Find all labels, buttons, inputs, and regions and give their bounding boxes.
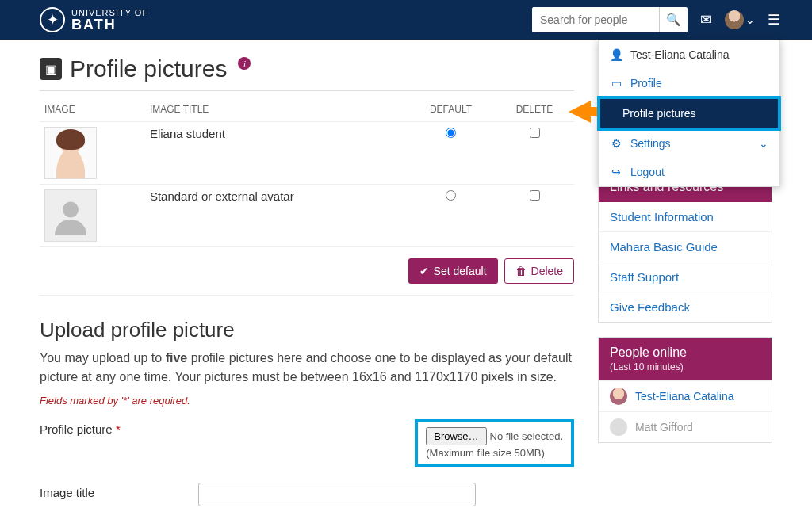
gear-icon: ⚙ (610, 137, 622, 150)
file-status: No file selected. (490, 430, 564, 442)
top-bar: ✦ UNIVERSITY OF BATH 🔍 ✉ ⌄ ☰ (0, 0, 812, 40)
thumbnail[interactable] (44, 189, 97, 242)
set-default-button[interactable]: ✔ Set default (408, 258, 498, 284)
person-row[interactable]: Test-Eliana Catalina (599, 380, 772, 411)
avatar-icon (610, 418, 627, 436)
brand-logo[interactable]: ✦ UNIVERSITY OF BATH (40, 7, 148, 32)
links-panel: Links and resources Student Information … (598, 171, 772, 323)
col-default: DEFAULT (407, 97, 495, 122)
search-button[interactable]: 🔍 (659, 7, 688, 32)
dropdown-profile[interactable]: ▭ Profile (599, 69, 779, 97)
dropdown-user: 👤 Test-Eliana Catalina (599, 40, 779, 69)
silhouette-icon (51, 196, 90, 235)
col-delete: DELETE (495, 97, 574, 122)
field-profile-picture: Profile picture * Browse… No file select… (40, 411, 574, 475)
avatar-icon (610, 388, 627, 405)
thumbnail[interactable] (44, 127, 97, 179)
dropdown-profile-pictures[interactable]: Profile pictures (600, 99, 778, 128)
user-dropdown: 👤 Test-Eliana Catalina ▭ Profile Profile… (598, 40, 780, 187)
browse-button[interactable]: Browse… (426, 427, 486, 445)
label-image-title: Image title (40, 483, 190, 499)
person-icon: 👤 (610, 48, 622, 61)
page-title: ▣ Profile pictures i (40, 55, 574, 82)
trash-icon: 🗑 (515, 265, 527, 277)
col-title: IMAGE TITLE (145, 97, 407, 122)
annotation-arrow-icon (569, 101, 591, 123)
link-item[interactable]: Give Feedback (599, 292, 772, 322)
brand-line1: UNIVERSITY OF (71, 9, 148, 17)
check-icon: ✔ (419, 265, 429, 277)
portrait-icon: ▣ (40, 58, 62, 80)
row-title: Standard or external avatar (145, 185, 407, 247)
table-row: Eliana student (40, 122, 574, 185)
brand-line2: BATH (71, 17, 148, 32)
chevron-down-icon: ⌄ (759, 137, 768, 150)
people-title: People online (Last 10 minutes) (599, 338, 772, 380)
field-image-title: Image title (40, 475, 574, 508)
people-panel: People online (Last 10 minutes) Test-Eli… (598, 337, 772, 443)
image-title-input[interactable] (198, 483, 476, 506)
logout-icon: ↪ (610, 166, 622, 178)
label-profile-picture: Profile picture * (40, 419, 190, 436)
dropdown-settings[interactable]: ⚙ Settings ⌄ (599, 129, 779, 158)
upload-help: You may upload up to five profile pictur… (40, 349, 574, 387)
annotation-highlight: Profile pictures (597, 96, 781, 131)
hamburger-icon[interactable]: ☰ (768, 11, 780, 29)
chevron-down-icon: ⌄ (745, 13, 755, 26)
svg-point-0 (63, 202, 79, 218)
main-content: ▣ Profile pictures i IMAGE IMAGE TITLE D… (40, 55, 574, 508)
card-icon: ▭ (610, 77, 622, 90)
person-row[interactable]: Matt Gifford (599, 411, 772, 442)
search-form: 🔍 (532, 7, 688, 32)
delete-button[interactable]: 🗑 Delete (504, 258, 574, 284)
required-note: Fields marked by '*' are required. (40, 395, 574, 407)
row-title: Eliana student (145, 122, 407, 185)
link-item[interactable]: Mahara Basic Guide (599, 231, 772, 262)
avatar-icon (725, 10, 744, 29)
user-menu-toggle[interactable]: ⌄ (725, 10, 755, 29)
info-icon[interactable]: i (238, 57, 251, 70)
col-image: IMAGE (40, 97, 145, 122)
mail-icon[interactable]: ✉ (700, 11, 712, 29)
dropdown-logout[interactable]: ↪ Logout (599, 158, 779, 186)
delete-checkbox[interactable] (530, 128, 540, 138)
file-input-wrap: Browse… No file selected. (Maximum file … (415, 419, 574, 467)
default-radio[interactable] (446, 190, 456, 201)
link-item[interactable]: Staff Support (599, 262, 772, 292)
default-radio[interactable] (446, 128, 456, 138)
max-size-hint: (Maximum file size 50MB) (426, 447, 563, 459)
table-row: Standard or external avatar (40, 185, 574, 247)
search-input[interactable] (532, 7, 659, 32)
link-item[interactable]: Student Information (599, 202, 772, 231)
pictures-table: IMAGE IMAGE TITLE DEFAULT DELETE Eliana … (40, 97, 574, 247)
upload-heading: Upload profile picture (40, 318, 574, 342)
delete-checkbox[interactable] (530, 190, 540, 201)
crest-icon: ✦ (40, 7, 65, 32)
search-icon: 🔍 (666, 13, 681, 26)
